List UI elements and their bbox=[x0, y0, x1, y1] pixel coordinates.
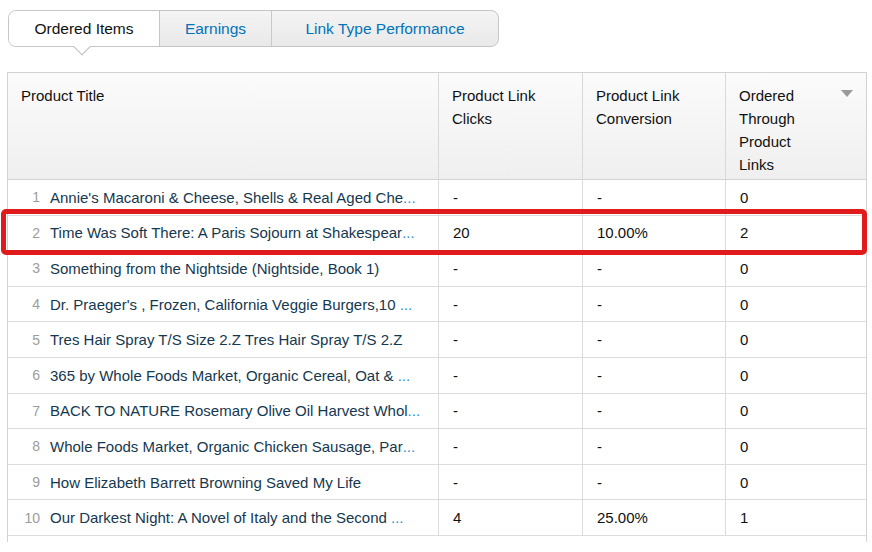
table-row: 5Tres Hair Spray T/S Size 2.Z Tres Hair … bbox=[8, 322, 866, 358]
product-title-cell: 7BACK TO NATURE Rosemary Olive Oil Harve… bbox=[8, 394, 438, 429]
row-number: 9 bbox=[20, 474, 40, 490]
ordered-through-product-links-cell: 0 bbox=[725, 429, 866, 464]
row-number: 3 bbox=[20, 260, 40, 276]
row-number: 1 bbox=[20, 189, 40, 205]
ordered-through-product-links-cell: 1 bbox=[725, 500, 866, 535]
row-number: 2 bbox=[20, 225, 40, 241]
product-link-conversion-cell: - bbox=[582, 322, 725, 357]
report-tabs: Ordered Items Earnings Link Type Perform… bbox=[8, 10, 499, 47]
table-body: 1Annie's Macaroni & Cheese, Shells & Rea… bbox=[8, 180, 866, 536]
product-link-clicks-cell: - bbox=[438, 358, 582, 393]
ordered-through-product-links-cell: 0 bbox=[725, 322, 866, 357]
ordered-through-product-links-cell: 0 bbox=[725, 287, 866, 322]
product-title-cell: 10Our Darkest Night: A Novel of Italy an… bbox=[8, 500, 438, 535]
product-title-cell: 4Dr. Praeger's , Frozen, California Vegg… bbox=[8, 287, 438, 322]
product-link-clicks-cell: - bbox=[438, 429, 582, 464]
product-link-conversion-cell: 25.00% bbox=[582, 500, 725, 535]
row-number: 6 bbox=[20, 367, 40, 383]
product-title-link[interactable]: Dr. Praeger's , Frozen, California Veggi… bbox=[50, 296, 400, 313]
table-header: Product Title Product Link Clicks Produc… bbox=[8, 73, 866, 180]
product-title-link[interactable]: Whole Foods Market, Organic Chicken Saus… bbox=[50, 438, 403, 455]
truncation-ellipsis[interactable]: ... bbox=[398, 367, 411, 384]
row-number: 10 bbox=[20, 510, 40, 526]
col-header-product-link-clicks[interactable]: Product Link Clicks bbox=[438, 73, 582, 179]
product-link-clicks-cell: 4 bbox=[438, 500, 582, 535]
table-row: 3Something from the Nightside (Nightside… bbox=[8, 251, 866, 287]
product-link-clicks-cell: 20 bbox=[438, 216, 582, 251]
product-title-link[interactable]: Tres Hair Spray T/S Size 2.Z Tres Hair S… bbox=[50, 331, 402, 348]
ordered-through-product-links-cell: 0 bbox=[725, 180, 866, 215]
col-header-product-link-conversion[interactable]: Product Link Conversion bbox=[582, 73, 725, 179]
truncation-ellipsis[interactable]: ... bbox=[403, 189, 416, 206]
product-link-conversion-cell: - bbox=[582, 429, 725, 464]
product-link-conversion-cell: - bbox=[582, 287, 725, 322]
table-row: 4Dr. Praeger's , Frozen, California Vegg… bbox=[8, 287, 866, 323]
product-title-link[interactable]: BACK TO NATURE Rosemary Olive Oil Harves… bbox=[50, 402, 408, 419]
partial-next-row bbox=[8, 536, 866, 542]
table-row: 7BACK TO NATURE Rosemary Olive Oil Harve… bbox=[8, 394, 866, 430]
table-row: 2Time Was Soft There: A Paris Sojourn at… bbox=[8, 216, 866, 252]
product-title-link[interactable]: Something from the Nightside (Nightside,… bbox=[50, 260, 379, 277]
col-header-ordered-through-product-links[interactable]: Ordered Through Product Links bbox=[725, 73, 866, 179]
row-number: 8 bbox=[20, 438, 40, 454]
ordered-through-product-links-cell: 0 bbox=[725, 358, 866, 393]
truncation-ellipsis[interactable]: ... bbox=[402, 224, 415, 241]
ordered-through-product-links-cell: 0 bbox=[725, 251, 866, 286]
table-row: 10Our Darkest Night: A Novel of Italy an… bbox=[8, 500, 866, 536]
tab-earnings[interactable]: Earnings bbox=[160, 11, 271, 46]
ordered-through-product-links-cell: 2 bbox=[725, 216, 866, 251]
column-header-label: Ordered Through Product Links bbox=[739, 84, 821, 176]
row-number: 5 bbox=[20, 332, 40, 348]
product-link-conversion-cell: 10.00% bbox=[582, 216, 725, 251]
product-link-clicks-cell: - bbox=[438, 251, 582, 286]
product-title-cell: 6365 by Whole Foods Market, Organic Cere… bbox=[8, 358, 438, 393]
product-title-cell: 1Annie's Macaroni & Cheese, Shells & Rea… bbox=[8, 180, 438, 215]
product-link-conversion-cell: - bbox=[582, 251, 725, 286]
row-number: 7 bbox=[20, 403, 40, 419]
product-link-conversion-cell: - bbox=[582, 180, 725, 215]
table-row: 1Annie's Macaroni & Cheese, Shells & Rea… bbox=[8, 180, 866, 216]
product-link-conversion-cell: - bbox=[582, 358, 725, 393]
product-link-clicks-cell: - bbox=[438, 465, 582, 500]
truncation-ellipsis[interactable]: ... bbox=[408, 402, 421, 419]
product-title-link[interactable]: Our Darkest Night: A Novel of Italy and … bbox=[50, 509, 391, 526]
truncation-ellipsis[interactable]: ... bbox=[391, 509, 404, 526]
product-title-link[interactable]: Annie's Macaroni & Cheese, Shells & Real… bbox=[50, 189, 403, 206]
tab-link-type-performance[interactable]: Link Type Performance bbox=[271, 11, 498, 46]
ordered-through-product-links-cell: 0 bbox=[725, 465, 866, 500]
product-link-clicks-cell: - bbox=[438, 287, 582, 322]
table-row: 8Whole Foods Market, Organic Chicken Sau… bbox=[8, 429, 866, 465]
product-link-clicks-cell: - bbox=[438, 394, 582, 429]
product-link-conversion-cell: - bbox=[582, 394, 725, 429]
ordered-items-table: Product Title Product Link Clicks Produc… bbox=[7, 72, 867, 542]
product-title-cell: 2Time Was Soft There: A Paris Sojourn at… bbox=[8, 216, 438, 251]
product-title-link[interactable]: 365 by Whole Foods Market, Organic Cerea… bbox=[50, 367, 398, 384]
product-link-clicks-cell: - bbox=[438, 180, 582, 215]
product-title-cell: 8Whole Foods Market, Organic Chicken Sau… bbox=[8, 429, 438, 464]
product-title-cell: 3Something from the Nightside (Nightside… bbox=[8, 251, 438, 286]
product-title-link[interactable]: How Elizabeth Barrett Browning Saved My … bbox=[50, 474, 361, 491]
product-link-clicks-cell: - bbox=[438, 322, 582, 357]
col-header-product-title[interactable]: Product Title bbox=[8, 73, 438, 179]
sort-descending-icon[interactable] bbox=[841, 90, 853, 97]
table-row: 9How Elizabeth Barrett Browning Saved My… bbox=[8, 465, 866, 501]
product-title-link[interactable]: Time Was Soft There: A Paris Sojourn at … bbox=[50, 224, 402, 241]
truncation-ellipsis[interactable]: ... bbox=[403, 438, 416, 455]
product-title-cell: 5Tres Hair Spray T/S Size 2.Z Tres Hair … bbox=[8, 322, 438, 357]
truncation-ellipsis[interactable]: ... bbox=[400, 296, 413, 313]
product-title-cell: 9How Elizabeth Barrett Browning Saved My… bbox=[8, 465, 438, 500]
ordered-through-product-links-cell: 0 bbox=[725, 394, 866, 429]
product-link-conversion-cell: - bbox=[582, 465, 725, 500]
table-row: 6365 by Whole Foods Market, Organic Cere… bbox=[8, 358, 866, 394]
row-number: 4 bbox=[20, 296, 40, 312]
